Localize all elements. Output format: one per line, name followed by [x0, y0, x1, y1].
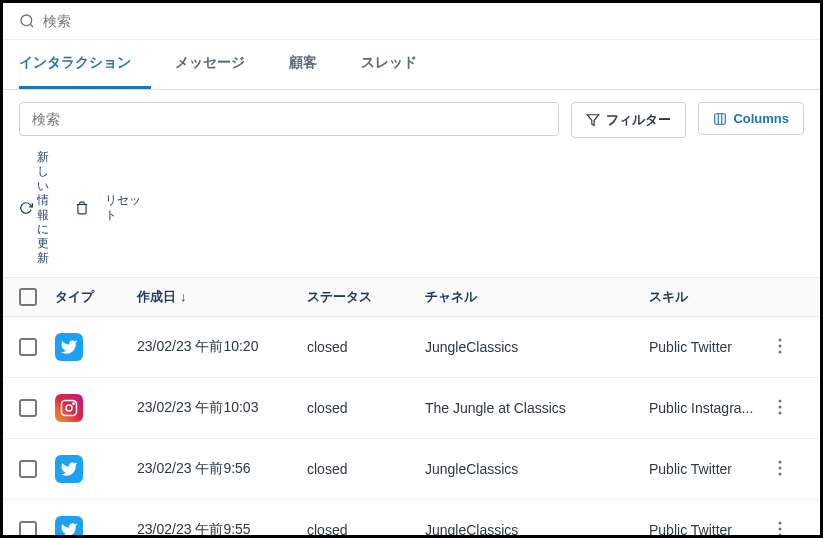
tab-threads[interactable]: スレッド	[361, 40, 437, 89]
row-more-button[interactable]	[778, 399, 804, 418]
row-more-button[interactable]	[778, 460, 804, 479]
cell-skill: Public Twitter	[649, 522, 778, 538]
svg-point-16	[779, 466, 782, 469]
table-search-input[interactable]	[19, 102, 559, 136]
svg-point-8	[779, 350, 782, 353]
cell-date: 23/02/23 午前10:03	[137, 399, 307, 417]
toolbar: フィルター Columns	[3, 90, 820, 150]
refresh-icon	[19, 201, 33, 215]
tab-customers[interactable]: 顧客	[289, 40, 337, 89]
instagram-icon	[55, 394, 83, 422]
svg-point-17	[779, 472, 782, 475]
refresh-label: 新しい情報に更新	[37, 150, 59, 265]
row-checkbox[interactable]	[19, 338, 37, 356]
columns-button[interactable]: Columns	[698, 102, 804, 135]
svg-point-11	[73, 403, 75, 405]
header-skill[interactable]: スキル	[649, 288, 778, 306]
table-row[interactable]: 23/02/23 午前10:20closedJungleClassicsPubl…	[3, 317, 820, 378]
search-icon	[19, 13, 35, 29]
filter-button[interactable]: フィルター	[571, 102, 686, 138]
row-checkbox[interactable]	[19, 521, 37, 538]
svg-point-12	[779, 399, 782, 402]
filter-label: フィルター	[606, 111, 671, 129]
cell-status: closed	[307, 461, 425, 477]
row-more-button[interactable]	[778, 338, 804, 357]
delete-button[interactable]	[75, 201, 89, 215]
cell-status: closed	[307, 400, 425, 416]
cell-channel: JungleClassics	[425, 522, 649, 538]
sort-down-icon: ↓	[180, 289, 187, 304]
cell-date: 23/02/23 午前10:20	[137, 338, 307, 356]
svg-point-10	[66, 405, 72, 411]
cell-status: closed	[307, 522, 425, 538]
svg-point-19	[779, 527, 782, 530]
tab-interactions[interactable]: インタラクション	[19, 40, 151, 89]
columns-icon	[713, 112, 727, 126]
svg-line-1	[30, 24, 33, 27]
row-more-button[interactable]	[778, 521, 804, 538]
refresh-button[interactable]: 新しい情報に更新	[19, 150, 59, 265]
svg-point-13	[779, 405, 782, 408]
cell-channel: The Jungle at Classics	[425, 400, 649, 416]
cell-date: 23/02/23 午前9:56	[137, 460, 307, 478]
table-row[interactable]: 23/02/23 午前9:55closedJungleClassicsPubli…	[3, 500, 820, 538]
trash-icon	[75, 201, 89, 215]
table-row[interactable]: 23/02/23 午前10:03closedThe Jungle at Clas…	[3, 378, 820, 439]
svg-point-0	[21, 15, 32, 26]
svg-rect-3	[715, 113, 726, 124]
svg-point-7	[779, 344, 782, 347]
global-search-input[interactable]	[43, 13, 804, 29]
select-all-checkbox[interactable]	[19, 288, 37, 306]
cell-channel: JungleClassics	[425, 339, 649, 355]
twitter-icon	[55, 333, 83, 361]
tabs: インタラクション メッセージ 顧客 スレッド	[3, 40, 820, 90]
svg-marker-2	[588, 115, 600, 126]
cell-skill: Public Twitter	[649, 461, 778, 477]
header-channel[interactable]: チャネル	[425, 288, 649, 306]
svg-point-14	[779, 411, 782, 414]
row-checkbox[interactable]	[19, 460, 37, 478]
table-header: タイプ 作成日↓ ステータス チャネル スキル	[3, 277, 820, 317]
header-type[interactable]: タイプ	[47, 288, 137, 306]
header-date[interactable]: 作成日↓	[137, 288, 307, 306]
tab-messages[interactable]: メッセージ	[175, 40, 265, 89]
cell-status: closed	[307, 339, 425, 355]
filter-icon	[586, 113, 600, 127]
reset-button[interactable]: リセット	[105, 193, 145, 222]
cell-channel: JungleClassics	[425, 461, 649, 477]
svg-point-15	[779, 460, 782, 463]
table-row[interactable]: 23/02/23 午前9:56closedJungleClassicsPubli…	[3, 439, 820, 500]
reset-label: リセット	[105, 193, 145, 222]
row-checkbox[interactable]	[19, 399, 37, 417]
cell-date: 23/02/23 午前9:55	[137, 521, 307, 538]
cell-skill: Public Twitter	[649, 339, 778, 355]
svg-point-18	[779, 521, 782, 524]
table-body: 23/02/23 午前10:20closedJungleClassicsPubl…	[3, 317, 820, 538]
twitter-icon	[55, 516, 83, 538]
global-search[interactable]	[3, 3, 820, 40]
svg-point-20	[779, 533, 782, 536]
cell-skill: Public Instagra...	[649, 400, 778, 416]
twitter-icon	[55, 455, 83, 483]
svg-point-6	[779, 338, 782, 341]
header-status[interactable]: ステータス	[307, 288, 425, 306]
columns-label: Columns	[733, 111, 789, 126]
actions-row: 新しい情報に更新 リセット	[3, 150, 820, 277]
